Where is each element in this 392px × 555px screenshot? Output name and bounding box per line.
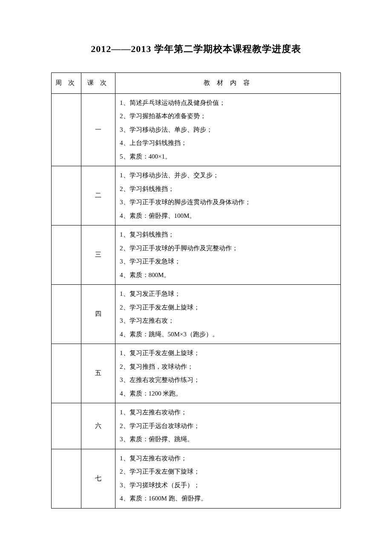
content-line: 3、学习正手攻球的脚步连贯动作及身体动作； [120,196,337,209]
content-line: 1、复习左推右攻动作； [120,406,337,419]
table-row: 四1、复习发正手急球；2、学习正手发左侧上旋球；3、学习左推右攻；4、素质：跳绳… [52,285,341,344]
content-line: 4、素质：800M。 [120,269,337,282]
header-content: 教 材 内 容 [115,73,341,94]
content-line: 4、素质：跳绳、50M×3（跑步）。 [120,328,337,341]
content-line: 3、左推右攻完整动作练习； [120,373,337,387]
cell-content: 1、复习左推右攻动作；2、学习正手发左侧下旋球；3、学习搓球技术（反手）；4、素… [115,449,341,508]
content-line: 2、学习斜线推挡； [120,182,337,196]
cell-week [52,344,81,403]
content-line: 1、简述乒乓球运动特点及健身价值； [120,96,337,110]
content-line: 4、上台学习斜线推挡； [120,136,337,150]
cell-lesson: 三 [81,225,115,285]
cell-content: 1、复习斜线推挡；2、学习正手攻球的手脚动作及完整动作；3、学习正手发急球；4、… [115,225,341,285]
content-line: 3、学习左推右攻； [120,314,337,328]
table-row: 七1、复习左推右攻动作；2、学习正手发左侧下旋球；3、学习搓球技术（反手）；4、… [52,449,341,508]
content-line: 3、学习正手发急球； [120,255,337,269]
content-line: 4、素质：俯卧撑、100M。 [120,209,337,223]
content-line: 2、学习正手发左侧上旋球； [120,301,337,315]
table-row: 一1、简述乒乓球运动特点及健身价值；2、学习握拍基本的准备姿势；3、学习移动步法… [52,93,341,166]
cell-week [52,285,81,344]
content-line: 2、学习正手攻球的手脚动作及完整动作； [120,242,337,255]
cell-content: 1、学习移动步法、并步、交叉步；2、学习斜线推挡；3、学习正手攻球的脚步连贯动作… [115,166,341,225]
content-line: 2、学习正手发左侧下旋球； [120,465,337,479]
content-line: 4、素质：1600M 跑、俯卧撑。 [120,492,337,506]
page-title: 2012——2013 学年第二学期校本课程教学进度表 [51,43,341,55]
cell-week [52,93,81,166]
content-line: 1、学习移动步法、并步、交叉步； [120,169,337,182]
cell-week [52,166,81,225]
document-page: 2012——2013 学年第二学期校本课程教学进度表 周 次 课 次 教 材 内… [0,0,392,534]
header-week: 周 次 [52,73,81,94]
content-line: 3、素质：俯卧撑、跳绳。 [120,433,337,446]
content-line: 3、学习搓球技术（反手）； [120,479,337,492]
cell-lesson: 四 [81,285,115,344]
cell-lesson: 二 [81,166,115,225]
table-header-row: 周 次 课 次 教 材 内 容 [52,73,341,94]
content-line: 2、学习握拍基本的准备姿势； [120,110,337,123]
cell-week [52,225,81,285]
table-row: 二1、学习移动步法、并步、交叉步；2、学习斜线推挡；3、学习正手攻球的脚步连贯动… [52,166,341,225]
content-line: 1、复习斜线推挡； [120,228,337,242]
cell-lesson: 六 [81,403,115,449]
schedule-table: 周 次 课 次 教 材 内 容 一1、简述乒乓球运动特点及健身价值；2、学习握拍… [51,72,341,509]
content-line: 1、复习左推右攻动作； [120,452,337,465]
cell-week [52,449,81,508]
cell-lesson: 五 [81,344,115,403]
table-row: 三1、复习斜线推挡；2、学习正手攻球的手脚动作及完整动作；3、学习正手发急球；4… [52,225,341,285]
table-body: 一1、简述乒乓球运动特点及健身价值；2、学习握拍基本的准备姿势；3、学习移动步法… [52,93,341,508]
content-line: 1、复习正手发左侧上旋球； [120,347,337,360]
cell-lesson: 一 [81,93,115,166]
content-line: 4、素质：1200 米跑。 [120,387,337,401]
header-lesson: 课 次 [81,73,115,94]
table-row: 五1、复习正手发左侧上旋球；2、复习推挡，攻球动作；3、左推右攻完整动作练习；4… [52,344,341,403]
content-line: 1、复习发正手急球； [120,287,337,301]
content-line: 2、学习正手远台攻球动作； [120,419,337,433]
cell-content: 1、复习发正手急球；2、学习正手发左侧上旋球；3、学习左推右攻；4、素质：跳绳、… [115,285,341,344]
content-line: 5、素质：400×1。 [120,150,337,164]
cell-content: 1、复习左推右攻动作；2、学习正手远台攻球动作；3、素质：俯卧撑、跳绳。 [115,403,341,449]
cell-week [52,403,81,449]
cell-content: 1、复习正手发左侧上旋球；2、复习推挡，攻球动作；3、左推右攻完整动作练习；4、… [115,344,341,403]
cell-lesson: 七 [81,449,115,508]
table-row: 六1、复习左推右攻动作；2、学习正手远台攻球动作；3、素质：俯卧撑、跳绳。 [52,403,341,449]
cell-content: 1、简述乒乓球运动特点及健身价值；2、学习握拍基本的准备姿势；3、学习移动步法、… [115,93,341,166]
content-line: 3、学习移动步法、单步、跨步； [120,123,337,137]
content-line: 2、复习推挡，攻球动作； [120,360,337,374]
